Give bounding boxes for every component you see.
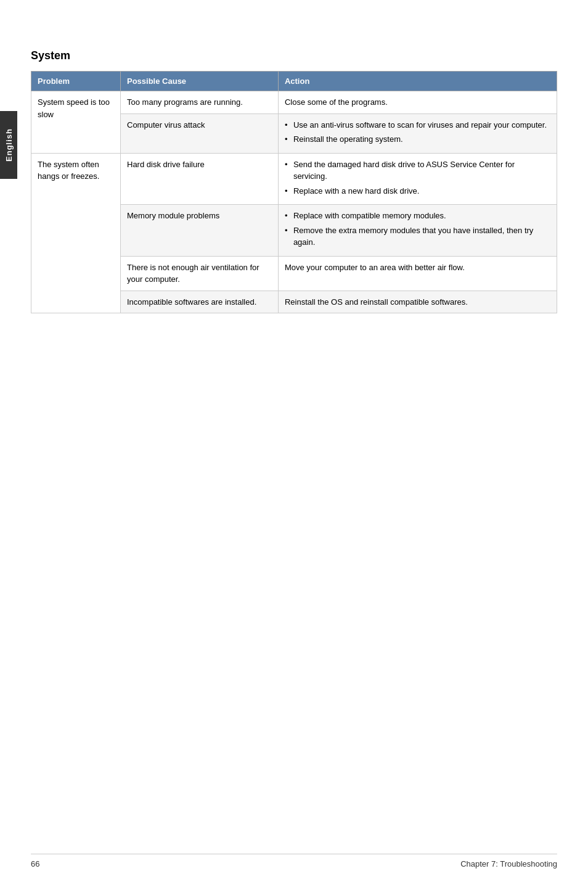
section-title: System [31,49,557,62]
cell-action: Close some of the programs. [278,91,557,114]
list-item: Send the damaged hard disk drive to ASUS… [285,159,550,183]
list-item: Replace with a new hard disk drive. [285,185,550,197]
trouble-table: Problem Possible Cause Action System spe… [31,71,557,313]
list-item: Replace with compatible memory modules. [285,210,550,222]
cell-cause: Hard disk drive failure [121,153,279,205]
action-bullet-list: Send the damaged hard disk drive to ASUS… [285,159,550,197]
cell-action: Send the damaged hard disk drive to ASUS… [278,153,557,205]
cell-action: Reinstall the OS and reinstall compatibl… [278,291,557,313]
list-item: Use an anti-virus software to scan for v… [285,119,550,131]
cell-action: Move your computer to an area with bette… [278,256,557,291]
cell-problem: The system often hangs or freezes. [31,153,121,313]
header-problem: Problem [31,72,121,91]
table-row: The system often hangs or freezes.Hard d… [31,153,557,205]
action-bullet-list: Replace with compatible memory modules.R… [285,210,550,249]
page-footer: 66 Chapter 7: Troubleshooting [31,854,557,868]
cell-problem: System speed is too slow [31,91,121,154]
cell-cause: Memory module problems [121,205,279,257]
list-item: Reinstall the operating system. [285,133,550,146]
footer-chapter: Chapter 7: Troubleshooting [460,859,557,868]
cell-cause: Incompatible softwares are installed. [121,291,279,313]
cell-cause: There is not enough air ventilation for … [121,256,279,291]
action-bullet-list: Use an anti-virus software to scan for v… [285,119,550,146]
table-header-row: Problem Possible Cause Action [31,72,557,91]
header-action: Action [278,72,557,91]
main-content: System Problem Possible Cause Action Sys… [31,0,557,313]
side-tab: English [0,111,17,179]
footer-page-number: 66 [31,859,39,868]
cell-action: Use an anti-virus software to scan for v… [278,113,557,153]
header-cause: Possible Cause [121,72,279,91]
cell-cause: Computer virus attack [121,113,279,153]
cell-cause: Too many programs are running. [121,91,279,114]
page-container: English System Problem Possible Cause Ac… [0,0,588,887]
table-row: System speed is too slowToo many program… [31,91,557,114]
cell-action: Replace with compatible memory modules.R… [278,205,557,257]
list-item: Remove the extra memory modules that you… [285,225,550,249]
side-tab-label: English [4,128,14,162]
